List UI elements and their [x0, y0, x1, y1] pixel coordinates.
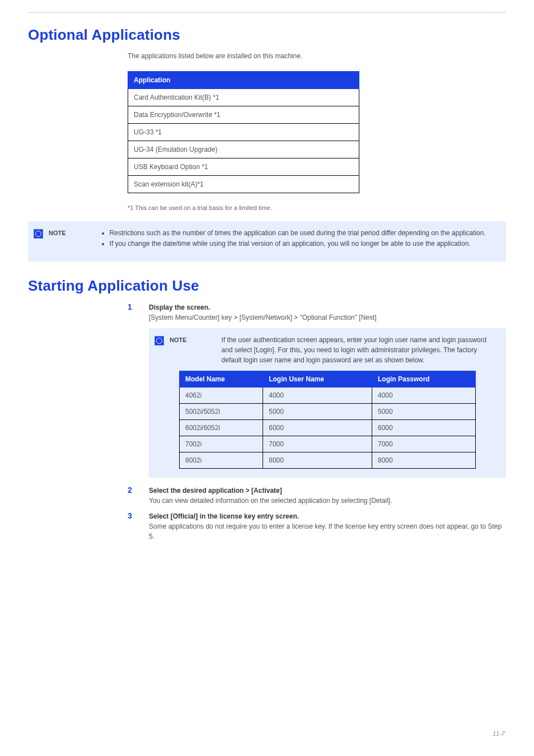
licenses-table: Model NameLogin User NameLogin Password …: [179, 371, 476, 469]
step1-heading: Display the screen.: [149, 304, 210, 311]
note-body: Restrictions such as the number of times…: [101, 228, 486, 249]
step-number: 1: [128, 302, 135, 323]
applications-table: Application Card Authentication Kit(B) *…: [128, 71, 359, 193]
step-1: 1 Display the screen. [System Menu/Count…: [128, 302, 506, 323]
intro-text: The applications listed below are instal…: [128, 52, 506, 61]
note-label: NOTE: [49, 228, 95, 249]
step1-path: [System Menu/Counter] key > [System/Netw…: [149, 314, 377, 321]
list-item: If you change the date/time while using …: [110, 239, 486, 249]
licenses-header-cell: Model Name: [180, 371, 263, 387]
table-row: 5002i/5052i50005000: [180, 403, 476, 419]
note-icon: [154, 336, 164, 346]
step3-detail: Some applications do not require you to …: [149, 522, 502, 540]
footnote-trial: *1 This can be used on a trial basis for…: [128, 204, 506, 211]
table-row: UG-34 (Emulation Upgrade): [128, 141, 359, 158]
table-row: 6002i/6052i60006000: [180, 419, 476, 436]
licenses-header-cell: Login Password: [372, 371, 475, 387]
inner-note-box: NOTE If the user authentication screen a…: [149, 328, 506, 478]
section-starting-application-use: Starting Application Use: [28, 277, 506, 295]
step-3: 3 Select [Official] in the license key e…: [128, 511, 506, 542]
step2-detail: You can view detailed information on the…: [149, 497, 392, 505]
note-box: NOTE Restrictions such as the number of …: [28, 221, 506, 261]
inner-note-body: If the user authentication screen appear…: [222, 335, 497, 365]
table-row: UG-33 *1: [128, 124, 359, 141]
table-row: Card Authentication Kit(B) *1: [128, 89, 359, 106]
header-divider: [28, 12, 506, 13]
note-icon: [34, 229, 43, 239]
table-row: 8002i80008000: [180, 452, 476, 468]
step-2: 2 Select the desired application > [Acti…: [128, 486, 506, 506]
licenses-header-cell: Login User Name: [263, 371, 372, 387]
step-number: 2: [128, 486, 135, 506]
table-row: 7002i70007000: [180, 436, 476, 452]
table-row: USB Keyboard Option *1: [128, 158, 359, 176]
list-item: Restrictions such as the number of times…: [110, 228, 486, 239]
note-label: NOTE: [170, 335, 216, 365]
table-row: Scan extension kit(A)*1: [128, 176, 359, 193]
table-row: Data Encryption/Overwrite *1: [128, 106, 359, 124]
step3-heading: Select [Official] in the license key ent…: [149, 512, 299, 520]
section-optional-applications: Optional Applications: [28, 26, 506, 44]
apps-table-header: Application: [128, 72, 359, 89]
step2-heading: Select the desired application > [Activa…: [149, 487, 282, 494]
step-number: 3: [128, 511, 135, 542]
table-row: 4062i40004000: [180, 387, 476, 403]
page-number: 11-7: [493, 730, 505, 737]
